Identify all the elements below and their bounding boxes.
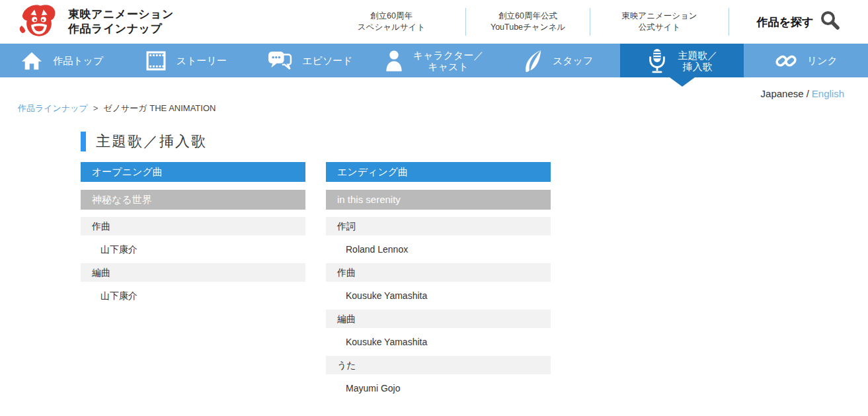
song-title: in this serenity [326,190,551,210]
title-accent-bar [81,132,86,151]
nav-item-label: ストーリー [177,55,227,66]
film-icon [145,50,167,71]
credit-name: Kousuke Yamashita [326,282,551,310]
header-utility-links: 創立60周年スペシャルサイト 創立60周年公式YouTubeチャンネル 東映アニ… [317,0,868,44]
credit-name: Roland Lennox [326,235,551,263]
site-header: 東映アニメーション 作品ラインナップ 創立60周年スペシャルサイト 創立60周年… [0,0,868,44]
credit-row: 編曲 山下康介 [81,263,305,310]
nav-item-label: エピソード [302,55,352,66]
nav-item-label: 作品トップ [53,55,103,66]
song-title: 神秘なる世界 [81,190,305,210]
nav-item-link[interactable]: リンク [744,44,868,77]
ending-song-section: エンディング曲 in this serenity 作詞 Roland Lenno… [326,162,551,402]
nav-item-label: スタッフ [553,55,593,66]
header-link-60th-special-site[interactable]: 創立60周年スペシャルサイト [317,11,465,33]
speech-bubbles-icon [267,50,292,71]
credit-role: 編曲 [81,263,305,282]
person-icon [385,50,403,72]
site-logo-link[interactable]: 東映アニメーション 作品ラインナップ [18,2,174,42]
song-type-header: エンディング曲 [326,162,551,182]
breadcrumb-current: ゼノサーガ THE ANIMATION [103,103,216,113]
nav-item-label: リンク [807,55,838,66]
language-switcher: Japanese/English [0,88,868,99]
credit-role: 編曲 [326,310,551,328]
song-columns: オープニング曲 神秘なる世界 作曲 山下康介 編曲 山下康介 エンディング曲 i… [81,162,868,402]
credit-row: 作詞 Roland Lennox [326,217,551,263]
search-icon [820,10,840,34]
nav-item-label: キャラクター／キャスト [413,50,484,72]
page-title: 主題歌／挿入歌 [81,132,868,151]
credit-role: 作曲 [81,217,305,235]
search-works-button[interactable]: 作品を探す [729,10,868,34]
breadcrumb: 作品ラインナップ>ゼノサーガ THE ANIMATION [0,103,868,114]
feather-icon [523,49,543,73]
lang-current-japanese: Japanese [761,88,804,99]
nav-item-theme-songs[interactable]: 主題歌／挿入歌 [620,44,744,77]
main-nav: 作品トップ ストーリー [0,44,868,77]
credit-row: 編曲 Kousuke Yamashita [326,310,551,356]
credit-row: 作曲 Kousuke Yamashita [326,263,551,310]
breadcrumb-separator: > [93,103,99,113]
credit-row: うた Mayumi Gojo [326,356,551,402]
opening-song-section: オープニング曲 神秘なる世界 作曲 山下康介 編曲 山下康介 [81,162,305,310]
lang-separator: / [807,88,809,99]
breadcrumb-lineup-link[interactable]: 作品ラインナップ [18,103,88,113]
microphone-icon [647,48,668,74]
nav-item-work-top[interactable]: 作品トップ [0,44,124,77]
credit-name: 山下康介 [81,282,305,310]
toei-mascot-logo-icon [18,2,60,42]
song-type-header: オープニング曲 [81,162,305,182]
header-link-60th-youtube[interactable]: 創立60周年公式YouTubeチャンネル [466,11,590,33]
lang-english-link[interactable]: English [812,88,844,99]
nav-item-character-cast[interactable]: キャラクター／キャスト [372,44,496,77]
nav-item-episode[interactable]: エピソード [248,44,372,77]
home-icon [20,51,43,71]
page-title-text: 主題歌／挿入歌 [96,132,207,151]
search-works-label: 作品を探す [757,15,814,30]
main-content: 主題歌／挿入歌 オープニング曲 神秘なる世界 作曲 山下康介 編曲 山下康介 エ… [0,132,868,402]
header-link-official-site[interactable]: 東映アニメーション公式サイト [590,11,729,33]
credit-name: Mayumi Gojo [326,374,551,402]
credit-role: うた [326,356,551,374]
nav-item-staff[interactable]: スタッフ [496,44,620,77]
credit-row: 作曲 山下康介 [81,217,305,263]
site-title: 東映アニメーション 作品ラインナップ [68,7,174,36]
credit-role: 作詞 [326,217,551,235]
nav-item-story[interactable]: ストーリー [124,44,249,77]
nav-item-label: 主題歌／挿入歌 [678,50,717,72]
credit-role: 作曲 [326,263,551,282]
link-icon [775,51,797,71]
credit-name: Kousuke Yamashita [326,328,551,356]
credit-name: 山下康介 [81,235,305,263]
